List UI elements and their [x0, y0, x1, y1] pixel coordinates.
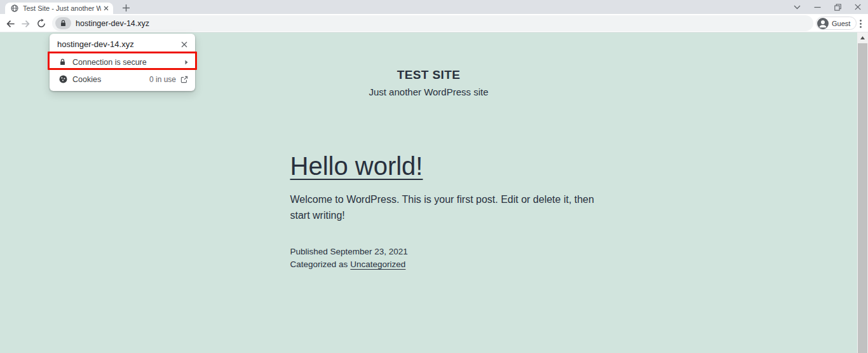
- vertical-scrollbar[interactable]: [857, 32, 868, 353]
- lock-icon: [59, 58, 67, 66]
- post-title-link[interactable]: Hello world!: [290, 151, 423, 181]
- post-article: Hello world! Welcome to WordPress. This …: [290, 151, 567, 270]
- kebab-menu-icon: [860, 20, 862, 28]
- site-origin: hostinger-dev-14.xyz: [57, 39, 134, 49]
- window-close-button[interactable]: [848, 0, 868, 14]
- browser-tab[interactable]: Test Site - Just another WordPres: [5, 3, 113, 14]
- new-tab-button[interactable]: [118, 3, 133, 13]
- cookies-label: Cookies: [72, 75, 101, 84]
- tab-strip: Test Site - Just another WordPres: [0, 0, 868, 14]
- back-button[interactable]: [3, 16, 18, 31]
- published-date: Published September 23, 2021: [290, 246, 567, 258]
- site-info-header: hostinger-dev-14.xyz: [50, 34, 195, 53]
- browser-window: Test Site - Just another WordPres: [0, 0, 868, 353]
- cookies-row[interactable]: Cookies 0 in use: [50, 71, 195, 88]
- tab-title: Test Site - Just another WordPres: [23, 4, 101, 12]
- category-line: Categorized asUncategorized: [290, 258, 567, 271]
- reload-button[interactable]: [34, 16, 49, 31]
- profile-label: Guest: [832, 20, 850, 27]
- forward-button[interactable]: [18, 16, 33, 31]
- window-controls: [787, 0, 868, 14]
- forward-icon: [20, 18, 31, 29]
- lock-icon: [60, 19, 67, 27]
- external-link-icon[interactable]: [180, 76, 188, 83]
- back-icon: [5, 18, 16, 29]
- cookie-icon: [59, 75, 67, 83]
- globe-icon: [11, 4, 18, 12]
- post-body: Welcome to WordPress. This is your first…: [290, 192, 567, 223]
- reload-icon: [36, 18, 46, 29]
- popup-close-button[interactable]: [181, 41, 187, 48]
- tab-close-icon[interactable]: [104, 6, 109, 11]
- browser-toolbar: hostinger-dev-14.xyz Guest: [0, 14, 868, 32]
- scroll-up-icon[interactable]: [857, 32, 868, 43]
- chevron-right-icon: [185, 60, 188, 65]
- minimize-icon: [814, 4, 821, 11]
- post-body-line: Welcome to WordPress. This is your first…: [290, 192, 567, 208]
- scrollbar-thumb[interactable]: [858, 43, 867, 353]
- popup-footer-spacer: [50, 88, 195, 91]
- post-meta: Published September 23, 2021 Categorized…: [290, 246, 567, 270]
- url-text[interactable]: hostinger-dev-14.xyz: [76, 19, 149, 28]
- address-bar[interactable]: hostinger-dev-14.xyz: [52, 15, 813, 31]
- tab-search-button[interactable]: [787, 0, 807, 14]
- categorized-prefix: Categorized as: [290, 260, 348, 269]
- connection-secure-row[interactable]: Connection is secure: [50, 53, 195, 71]
- profile-button[interactable]: Guest: [816, 17, 857, 30]
- connection-secure-label: Connection is secure: [72, 58, 147, 67]
- close-icon: [181, 41, 187, 48]
- plus-icon: [122, 4, 130, 12]
- site-info-popup: hostinger-dev-14.xyz Connection is secur…: [50, 34, 195, 91]
- avatar-icon: [817, 18, 829, 29]
- site-security-button[interactable]: [55, 17, 71, 29]
- browser-menu-button[interactable]: [855, 16, 865, 31]
- category-link[interactable]: Uncategorized: [350, 260, 405, 269]
- minimize-button[interactable]: [807, 0, 827, 14]
- cookies-count: 0 in use: [149, 75, 176, 84]
- restore-button[interactable]: [827, 0, 848, 14]
- post-body-line: start writing!: [290, 208, 567, 224]
- chevron-down-icon: [794, 5, 801, 10]
- close-icon: [855, 4, 861, 10]
- restore-icon: [834, 4, 841, 11]
